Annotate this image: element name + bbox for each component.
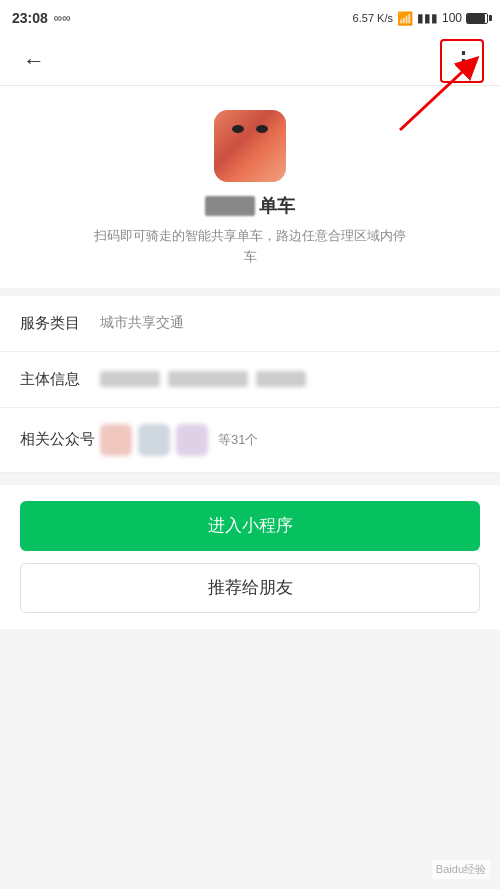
status-time: 23:08 ∞∞	[12, 10, 71, 26]
blur-3	[256, 371, 306, 387]
back-button[interactable]: ←	[16, 43, 52, 79]
service-row: 服务类目 城市共享交通	[0, 296, 500, 352]
nav-bar: ← ⋮	[0, 36, 500, 86]
blur-1	[100, 371, 160, 387]
related-count: 等31个	[218, 431, 258, 449]
blur-2	[168, 371, 248, 387]
battery-label: 100	[442, 11, 462, 25]
status-icons: 6.57 K/s 📶 ▮▮▮ 100	[353, 11, 488, 26]
wifi-icon: 📶	[397, 11, 413, 26]
related-row: 相关公众号 等31个	[0, 408, 500, 473]
entity-value	[100, 371, 480, 387]
enter-miniprogram-button[interactable]: 进入小程序	[20, 501, 480, 551]
battery-icon	[466, 13, 488, 24]
recommend-button[interactable]: 推荐给朋友	[20, 563, 480, 613]
signal-icon: ▮▮▮	[417, 11, 438, 25]
status-bar: 23:08 ∞∞ 6.57 K/s 📶 ▮▮▮ 100	[0, 0, 500, 36]
service-label: 服务类目	[20, 314, 100, 333]
related-accounts: 等31个	[100, 424, 258, 456]
app-name: 单车	[205, 194, 295, 218]
entity-label: 主体信息	[20, 370, 100, 389]
related-label: 相关公众号	[20, 430, 100, 449]
profile-section: 单车 扫码即可骑走的智能共享单车，路边任意合理区域内停车	[0, 86, 500, 296]
service-value: 城市共享交通	[100, 314, 480, 332]
avatar	[214, 110, 286, 182]
buttons-section: 进入小程序 推荐给朋友	[0, 485, 500, 629]
speed-indicator: 6.57 K/s	[353, 12, 393, 24]
related-avatar-3	[176, 424, 208, 456]
entity-row: 主体信息	[0, 352, 500, 408]
info-section: 服务类目 城市共享交通 主体信息 相关公众号 等31个	[0, 296, 500, 473]
app-description: 扫码即可骑走的智能共享单车，路边任意合理区域内停车	[90, 226, 410, 268]
more-button[interactable]: ⋮	[440, 39, 484, 83]
related-avatar-2	[138, 424, 170, 456]
related-avatar-1	[100, 424, 132, 456]
app-name-blur	[205, 196, 255, 216]
watermark: Baidu经验	[432, 860, 490, 879]
